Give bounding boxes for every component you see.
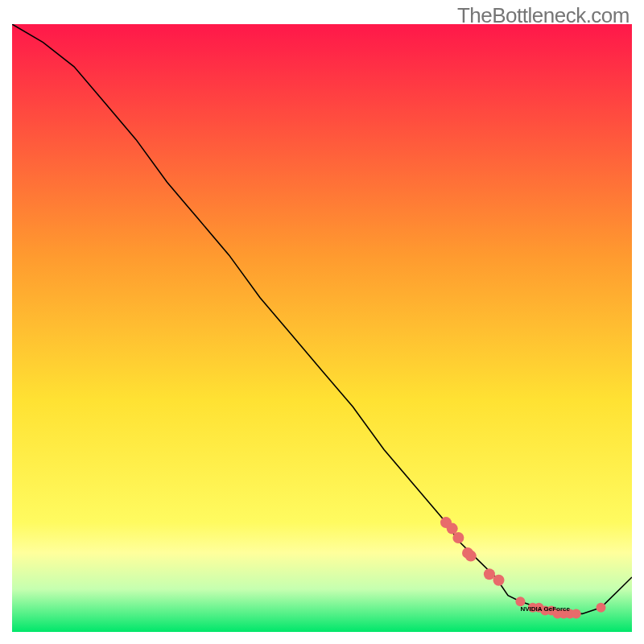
data-label-layer: NVIDIA GeForce <box>520 605 570 613</box>
data-point-marker <box>452 532 464 543</box>
chart-plot-area: NVIDIA GeForce <box>12 24 632 632</box>
gradient-background <box>12 24 632 632</box>
data-point-marker <box>465 551 477 562</box>
data-point-marker <box>447 523 458 535</box>
data-point-marker <box>484 568 495 580</box>
data-point-marker <box>572 609 581 618</box>
data-point-marker <box>493 575 505 586</box>
bottleneck-curve-chart: NVIDIA GeForce <box>12 24 632 632</box>
data-point-marker <box>597 603 606 613</box>
gpu-label: NVIDIA GeForce <box>520 605 570 613</box>
